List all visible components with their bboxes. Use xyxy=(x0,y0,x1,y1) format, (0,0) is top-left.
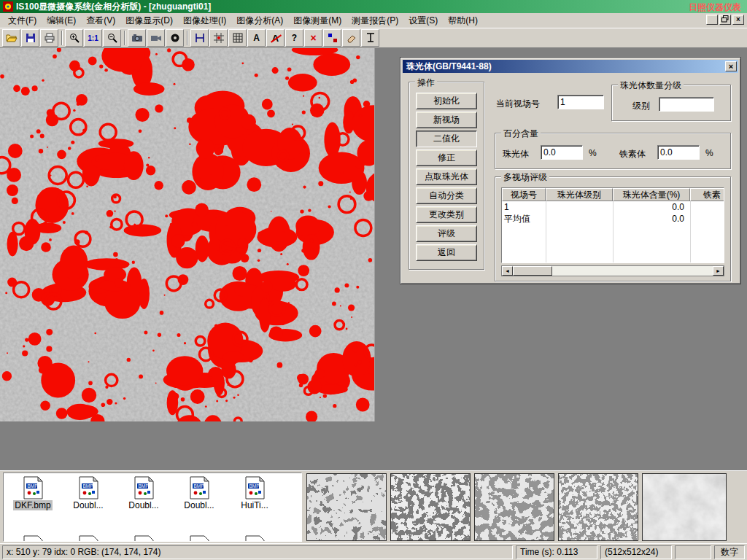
zoom-out-icon xyxy=(107,32,118,44)
status-image-size: (512x512x24) xyxy=(600,545,672,559)
col-field[interactable]: 视场号 xyxy=(502,188,546,201)
multifield-group: 多视场评级 视场号 珠光体级别 珠光体含量(%) 铁素 xyxy=(495,176,731,281)
vertical-caliper-button[interactable] xyxy=(361,29,379,47)
dialog-titlebar[interactable]: 珠光体(GB/T9441-88) × xyxy=(403,60,738,73)
marker-button[interactable] xyxy=(323,29,341,47)
camera-icon xyxy=(131,32,143,44)
thumbnail-2[interactable] xyxy=(390,473,471,541)
file-item-dkf[interactable]: BMP DKF.bmp xyxy=(7,476,59,510)
print-button[interactable] xyxy=(40,29,58,47)
dialog-close-button[interactable]: × xyxy=(725,61,737,71)
menu-image-analysis[interactable]: 图像分析(A) xyxy=(231,13,288,28)
caliper-button[interactable] xyxy=(190,29,209,47)
grading-group: 珠光体数量分级 级别 xyxy=(611,85,731,121)
bmp-file-icon: BMP xyxy=(244,535,266,542)
mdi-close-button[interactable]: × xyxy=(732,15,744,25)
text-button[interactable]: A xyxy=(247,29,266,47)
rating-table-body: 1 0.0 平均值 0.0 xyxy=(502,201,724,263)
restore-icon xyxy=(721,15,729,23)
file-item[interactable]: BMP xyxy=(117,535,170,542)
application-window: IS100显微摄像系统(金相分析版) - [zhuguangti01] 日照仪器… xyxy=(0,0,747,560)
scroll-thumb[interactable] xyxy=(513,266,552,276)
delete-button[interactable]: × xyxy=(304,29,322,47)
workspace: 珠光体(GB/T9441-88) × 操作 初始化 新视场 二值化 修正 点取珠… xyxy=(0,48,747,470)
menu-image-display[interactable]: 图像显示(D) xyxy=(120,13,178,28)
thumbnail-1[interactable] xyxy=(306,473,387,541)
correct-button[interactable]: 修正 xyxy=(416,149,477,166)
grid-icon xyxy=(232,32,244,44)
scroll-right-button[interactable]: ► xyxy=(713,266,724,276)
microscope-image[interactable] xyxy=(0,48,375,421)
col-pearlite[interactable]: 珠光体含量(%) xyxy=(613,188,690,201)
marker-icon xyxy=(327,32,338,44)
open-button[interactable] xyxy=(2,29,20,47)
pick-pearlite-button[interactable]: 点取珠光体 xyxy=(416,168,477,185)
auto-classify-button[interactable]: 自动分类 xyxy=(416,187,477,204)
bottom-panel: BMP DKF.bmp BMP Doubl... BMP Doubl... BM… xyxy=(0,470,747,543)
current-field-input[interactable] xyxy=(557,95,604,109)
ferrite-percent-input[interactable] xyxy=(657,145,700,160)
file-item-doubl2[interactable]: BMP Doubl... xyxy=(117,476,170,510)
col-ferrite[interactable]: 铁素 xyxy=(690,188,724,201)
toolbar: 1:1 A A ? × xyxy=(0,28,747,48)
svg-text:BMP: BMP xyxy=(194,483,204,489)
rate-button[interactable]: 评级 xyxy=(416,225,477,242)
init-button[interactable]: 初始化 xyxy=(416,93,477,109)
caliper-icon xyxy=(194,32,206,44)
new-field-button[interactable]: 新视场 xyxy=(416,112,477,128)
menu-image-measure[interactable]: 图像测量(M) xyxy=(288,13,347,28)
window-titlebar: IS100显微摄像系统(金相分析版) - [zhuguangti01] 日照仪器… xyxy=(0,0,747,13)
zoom-out-button[interactable] xyxy=(103,29,121,47)
thumbnail-5[interactable] xyxy=(642,473,727,541)
mdi-restore-button[interactable] xyxy=(719,15,731,25)
multifield-group-label: 多视场评级 xyxy=(501,171,549,184)
menu-settings[interactable]: 设置(S) xyxy=(403,13,443,28)
save-icon xyxy=(25,32,36,44)
file-item[interactable]: BMP xyxy=(7,535,59,542)
thumbnail-3[interactable] xyxy=(474,473,554,541)
text-delete-button[interactable]: A xyxy=(266,29,285,47)
cell-ferrite xyxy=(690,213,724,225)
menu-measure-report[interactable]: 测量报告(P) xyxy=(347,13,403,28)
grid-button[interactable] xyxy=(228,29,247,47)
pearlite-percent-input[interactable] xyxy=(541,145,583,160)
horizontal-scrollbar[interactable]: ◄ ► xyxy=(501,265,724,276)
menu-edit[interactable]: 编辑(E) xyxy=(42,13,81,28)
status-spacer xyxy=(675,545,711,559)
dialog-body: 操作 初始化 新视场 二值化 修正 点取珠光体 自动分类 更改类别 评级 返回 … xyxy=(403,73,738,281)
file-item-doubl3[interactable]: BMP Doubl... xyxy=(173,476,225,510)
file-item-doubl1[interactable]: BMP Doubl... xyxy=(62,476,115,510)
grid-line xyxy=(546,201,546,263)
status-bar: x: 510 y: 79 idx: 0 RGB: (174, 174, 174)… xyxy=(0,543,747,560)
camera-button[interactable] xyxy=(128,29,146,47)
file-item[interactable]: BMP xyxy=(173,535,225,542)
help-button[interactable]: ? xyxy=(285,29,303,47)
menu-image-processing[interactable]: 图像处理(I) xyxy=(178,13,231,28)
capture-button[interactable] xyxy=(147,29,165,47)
mdi-minimize-button[interactable] xyxy=(706,15,718,25)
menu-help[interactable]: 帮助(H) xyxy=(443,13,483,28)
measure-button[interactable] xyxy=(209,29,228,47)
target-button[interactable] xyxy=(166,29,184,47)
actual-size-button[interactable]: 1:1 xyxy=(84,29,102,47)
zoom-in-button[interactable] xyxy=(65,29,83,47)
file-item[interactable]: BMP xyxy=(62,535,115,542)
file-item[interactable]: BMP xyxy=(228,535,281,542)
file-item-huiti[interactable]: BMP HuiTi... xyxy=(228,476,281,510)
return-button[interactable]: 返回 xyxy=(416,244,477,261)
file-name: Doubl... xyxy=(71,500,104,510)
cell-pearlite: 0.0 xyxy=(613,201,690,213)
save-button[interactable] xyxy=(21,29,39,47)
eraser-button[interactable] xyxy=(342,29,360,47)
col-level[interactable]: 珠光体级别 xyxy=(546,188,613,201)
level-input[interactable] xyxy=(659,97,714,112)
scroll-left-button[interactable]: ◄ xyxy=(502,266,513,276)
status-time: Time (s): 0.113 xyxy=(516,545,597,559)
binarize-button[interactable]: 二值化 xyxy=(416,131,477,147)
menu-file[interactable]: 文件(F) xyxy=(3,13,42,28)
dialog-title: 珠光体(GB/T9441-88) xyxy=(406,61,492,73)
thumbnail-4[interactable] xyxy=(558,473,638,541)
menu-view[interactable]: 查看(V) xyxy=(81,13,120,28)
file-name: Doubl... xyxy=(182,500,215,510)
change-class-button[interactable]: 更改类别 xyxy=(416,206,477,223)
